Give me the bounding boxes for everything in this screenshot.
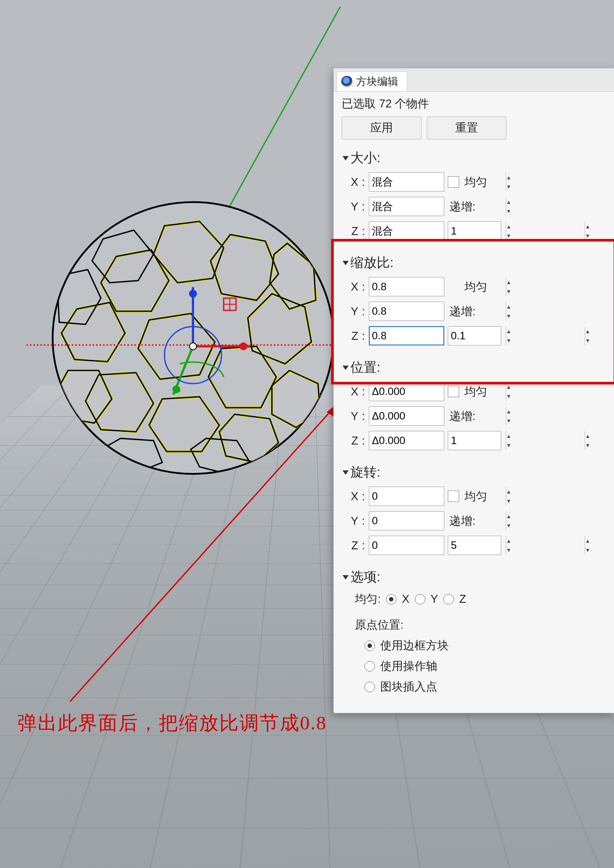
uniform-label: 均匀 [463, 384, 487, 399]
cube-icon [341, 76, 353, 87]
rotation-increment-input[interactable]: ▲▼ [448, 536, 501, 555]
size-section: 大小: X: ▲▼ 均匀 Y: ▲▼ 递增: Z: ▲▼ [334, 141, 614, 246]
uniform-axis-z-radio[interactable] [443, 594, 454, 605]
scale-title[interactable]: 缩放比: [343, 249, 614, 274]
increment-label: 递增: [448, 304, 475, 319]
origin-label: 原点位置: [355, 617, 403, 633]
increment-label: 递增: [448, 199, 475, 214]
spinner-arrows-icon[interactable]: ▲▼ [506, 407, 511, 425]
spinner-arrows-icon[interactable]: ▲▼ [506, 512, 511, 530]
origin-blockinsert-radio[interactable] [364, 682, 375, 692]
tab-label: 方块编辑 [356, 75, 398, 89]
spinner-arrows-icon[interactable]: ▲▼ [506, 487, 511, 505]
axis-x-label: X [402, 592, 409, 606]
scale-increment-input[interactable]: ▲▼ [448, 326, 501, 345]
rotation-y-input[interactable]: ▲▼ [369, 511, 444, 530]
annotation-caption: 弹出此界面后，把缩放比调节成0.8 [18, 710, 327, 736]
origin-bbox-radio[interactable] [364, 640, 375, 651]
uniform-label: 均匀 [463, 279, 487, 295]
scale-z-input[interactable]: ▲▼ [369, 326, 444, 345]
position-y-input[interactable]: ▲▼ [369, 406, 444, 426]
axis-y-label: Y [431, 592, 438, 606]
rotation-x-input[interactable]: ▲▼ [369, 487, 444, 506]
position-title[interactable]: 位置: [343, 353, 614, 379]
spinner-arrows-icon[interactable]: ▲▼ [585, 327, 590, 345]
rotation-section: 旋转: X: ▲▼ 均匀 Y: ▲▼ 递增: Z: ▲▼ [334, 455, 614, 560]
position-uniform-checkbox[interactable] [448, 386, 459, 397]
selection-status: 已选取 72 个物件 [334, 92, 614, 117]
annotation-arrow [53, 395, 351, 710]
spinner-arrows-icon[interactable]: ▲▼ [506, 173, 511, 191]
spinner-arrows-icon[interactable]: ▲▼ [506, 277, 511, 296]
options-section: 选项: 均匀: X Y Z 原点位置: 使用边框方块 使用操作轴 图块插入点 [334, 560, 614, 700]
spinner-arrows-icon[interactable]: ▲▼ [506, 197, 511, 216]
origin-gumball-radio[interactable] [364, 661, 375, 672]
options-title[interactable]: 选项: [343, 563, 614, 589]
origin-opt1-label: 使用边框方块 [380, 638, 449, 653]
svg-line-56 [70, 403, 338, 701]
spinner-arrows-icon[interactable]: ▲▼ [585, 222, 590, 240]
box-edit-panel: 方块编辑 已选取 72 个物件 应用 重置 大小: X: ▲▼ 均匀 Y: ▲▼… [333, 68, 614, 713]
uniform-label: 均匀 [463, 489, 487, 504]
origin-opt3-label: 图块插入点 [380, 679, 437, 694]
position-increment-input[interactable]: ▲▼ [448, 431, 501, 450]
spinner-arrows-icon[interactable]: ▲▼ [506, 382, 511, 401]
uniform-axis-label: 均匀: [355, 591, 381, 607]
position-z-input[interactable]: ▲▼ [369, 431, 444, 450]
size-x-input[interactable]: ▲▼ [369, 172, 444, 192]
tab-box-edit[interactable]: 方块编辑 [336, 71, 407, 91]
x-axis-dotted [26, 344, 342, 346]
spinner-arrows-icon[interactable]: ▲▼ [585, 536, 590, 555]
increment-label: 递增: [448, 409, 475, 424]
reset-button[interactable]: 重置 [427, 117, 507, 139]
scale-section: 缩放比: X: ▲▼ 均匀 Y: ▲▼ 递增: Z: ▲▼ [334, 246, 614, 351]
rotation-uniform-checkbox[interactable] [448, 491, 459, 502]
size-y-input[interactable]: ▲▼ [369, 197, 444, 216]
position-x-input[interactable]: ▲▼ [369, 382, 444, 401]
size-increment-input[interactable]: ▲▼ [448, 221, 501, 241]
origin-opt2-label: 使用操作轴 [380, 658, 437, 674]
apply-button[interactable]: 应用 [342, 117, 421, 139]
size-z-input[interactable]: ▲▼ [369, 221, 444, 241]
size-title[interactable]: 大小: [343, 144, 614, 170]
spinner-arrows-icon[interactable]: ▲▼ [585, 431, 590, 450]
scale-y-input[interactable]: ▲▼ [369, 302, 444, 321]
uniform-axis-y-radio[interactable] [415, 594, 425, 605]
uniform-label: 均匀 [463, 174, 487, 190]
spinner-arrows-icon[interactable]: ▲▼ [506, 302, 511, 320]
rotation-z-input[interactable]: ▲▼ [369, 536, 444, 555]
axis-z-label: Z [459, 592, 466, 606]
scale-x-input[interactable]: ▲▼ [369, 277, 444, 296]
uniform-axis-x-radio[interactable] [386, 594, 396, 605]
position-section: 位置: X: ▲▼ 均匀 Y: ▲▼ 递增: Z: ▲▼ [334, 351, 614, 455]
rotation-title[interactable]: 旋转: [343, 458, 614, 484]
size-uniform-checkbox[interactable] [448, 176, 459, 188]
panel-tabbar: 方块编辑 [334, 68, 614, 92]
increment-label: 递增: [448, 513, 475, 529]
